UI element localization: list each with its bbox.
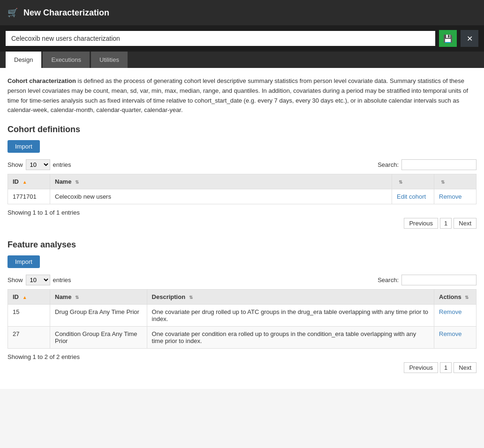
cohort-definitions-section: Cohort definitions Import Show 10 25 50 … <box>8 125 476 229</box>
cohort-row-id: 1771701 <box>8 189 50 204</box>
cohort-table-row: 1771701 Celecoxib new users Edit cohort … <box>8 189 476 204</box>
feature-search-input[interactable] <box>401 275 476 285</box>
feature-col-actions[interactable]: Actions ⇅ <box>434 290 476 305</box>
cohort-search-label: Search: <box>378 161 399 168</box>
description-bold: Cohort characterization <box>8 77 76 84</box>
tab-design[interactable]: Design <box>6 52 41 68</box>
cohort-col-id[interactable]: ID ▲ <box>8 174 50 189</box>
feature-col-desc[interactable]: Description ⇅ <box>147 290 434 305</box>
feature-import-button[interactable]: Import <box>8 255 40 268</box>
feature-table: ID ▲ Name ⇅ Description ⇅ Actions ⇅ 15 <box>8 289 476 349</box>
feature-table-row: 27 Condition Group Era Any Time Prior On… <box>8 327 476 349</box>
col2-sort-icon: ⇅ <box>441 179 445 185</box>
feature-pagination: Previous 1 Next <box>8 362 476 373</box>
cohort-pagination: Previous 1 Next <box>8 218 476 229</box>
cohort-showing-text: Showing 1 to 1 of 1 entries <box>8 209 476 216</box>
feature-row-1-desc: One covariate per condition era rolled u… <box>147 327 434 349</box>
remove-feature-1-button[interactable]: Remove <box>439 330 461 337</box>
feature-name-sort-icon: ⇅ <box>75 295 79 300</box>
cohort-col-action1[interactable]: ⇅ <box>392 174 434 189</box>
feature-show-entries: Show 10 25 50 100 entries <box>8 275 71 285</box>
feature-show-label: Show <box>8 276 23 284</box>
cohort-col-name[interactable]: Name ⇅ <box>50 174 392 189</box>
characterization-name-input[interactable] <box>6 31 435 46</box>
feature-analyses-title: Feature analyses <box>8 240 476 250</box>
cohort-search-input[interactable] <box>401 159 476 170</box>
feature-analyses-section: Feature analyses Import Show 10 25 50 10… <box>8 240 476 373</box>
cohort-row-remove[interactable]: Remove <box>434 189 476 204</box>
name-bar: 💾 ✕ <box>0 25 484 52</box>
cohort-entries-select[interactable]: 10 25 50 100 <box>26 159 50 170</box>
id-sort-icon: ▲ <box>23 179 27 185</box>
cohort-table-controls: Show 10 25 50 100 entries Search: <box>8 159 476 170</box>
feature-row-1-remove[interactable]: Remove <box>434 327 476 349</box>
feature-row-0-name: Drug Group Era Any Time Prior <box>50 305 147 327</box>
col1-sort-icon: ⇅ <box>399 179 402 185</box>
feature-table-row: 15 Drug Group Era Any Time Prior One cov… <box>8 305 476 327</box>
cohort-definitions-title: Cohort definitions <box>8 125 476 134</box>
cohort-page-num: 1 <box>440 218 452 229</box>
feature-id-sort-icon: ▲ <box>23 295 27 300</box>
feature-next-button[interactable]: Next <box>454 362 476 373</box>
feature-entries-select[interactable]: 10 25 50 100 <box>26 275 50 285</box>
app-title: New Characterization <box>23 8 109 18</box>
app-icon: 🛒 <box>8 7 18 18</box>
main-content: Cohort characterization is defined as th… <box>0 68 484 389</box>
tab-utilities[interactable]: Utilities <box>91 52 128 68</box>
close-button[interactable]: ✕ <box>461 30 478 47</box>
description-body: is defined as the process of generating … <box>8 77 468 113</box>
cohort-show-label: Show <box>8 161 23 168</box>
tab-bar: Design Executions Utilities <box>0 52 484 68</box>
cohort-table: ID ▲ Name ⇅ ⇅ ⇅ 1771701 Celecoxib n <box>8 174 476 204</box>
cohort-next-button[interactable]: Next <box>454 218 476 229</box>
feature-page-num: 1 <box>440 362 452 373</box>
feature-search-label: Search: <box>378 276 399 284</box>
feature-row-1-id: 27 <box>8 327 50 349</box>
description-text: Cohort characterization is defined as th… <box>8 76 476 115</box>
feature-entries-label: entries <box>53 276 71 284</box>
feature-actions-sort-icon: ⇅ <box>465 295 469 300</box>
cohort-previous-button[interactable]: Previous <box>404 218 438 229</box>
cohort-row-name: Celecoxib new users <box>50 189 392 204</box>
cohort-search-box: Search: <box>378 159 476 170</box>
tab-executions[interactable]: Executions <box>43 52 90 68</box>
save-button[interactable]: 💾 <box>439 30 457 47</box>
cohort-show-entries: Show 10 25 50 100 entries <box>8 159 71 170</box>
feature-showing-text: Showing 1 to 2 of 2 entries <box>8 353 476 360</box>
feature-row-0-id: 15 <box>8 305 50 327</box>
feature-row-0-remove[interactable]: Remove <box>434 305 476 327</box>
name-sort-icon: ⇅ <box>75 179 79 185</box>
feature-desc-sort-icon: ⇅ <box>189 295 193 300</box>
remove-cohort-button[interactable]: Remove <box>439 193 461 200</box>
feature-col-name[interactable]: Name ⇅ <box>50 290 147 305</box>
cohort-import-button[interactable]: Import <box>8 140 40 153</box>
cohort-row-edit[interactable]: Edit cohort <box>392 189 434 204</box>
cohort-col-action2[interactable]: ⇅ <box>434 174 476 189</box>
app-header: 🛒 New Characterization <box>0 0 484 25</box>
feature-row-1-name: Condition Group Era Any Time Prior <box>50 327 147 349</box>
cohort-entries-label: entries <box>53 161 71 168</box>
feature-row-0-desc: One covariate per drug rolled up to ATC … <box>147 305 434 327</box>
feature-table-controls: Show 10 25 50 100 entries Search: <box>8 275 476 285</box>
edit-cohort-button[interactable]: Edit cohort <box>397 193 426 200</box>
feature-previous-button[interactable]: Previous <box>404 362 438 373</box>
feature-col-id[interactable]: ID ▲ <box>8 290 50 305</box>
feature-search-box: Search: <box>378 275 476 285</box>
remove-feature-0-button[interactable]: Remove <box>439 308 461 315</box>
